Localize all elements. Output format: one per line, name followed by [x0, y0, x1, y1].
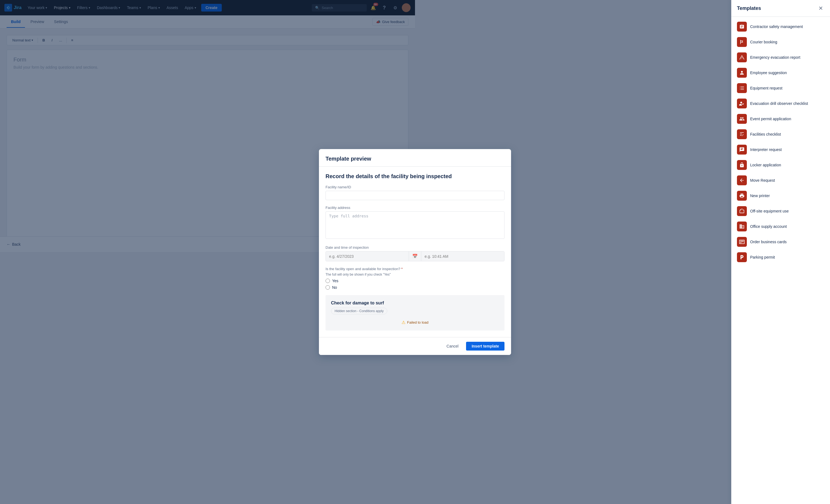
- facility-address-field: Facility address: [325, 206, 415, 240]
- template-preview-modal: Template preview Record the details of t…: [319, 149, 415, 252]
- modal-header: Template preview: [319, 149, 415, 167]
- facility-address-label: Facility address: [325, 206, 415, 210]
- facility-name-field: Facility name/ID: [325, 185, 415, 200]
- calendar-icon[interactable]: 📅: [409, 251, 415, 252]
- modal-body: Record the details of the facility being…: [319, 167, 415, 252]
- modal-title: Template preview: [325, 156, 371, 162]
- date-input[interactable]: [326, 251, 409, 252]
- facility-address-input[interactable]: [325, 211, 415, 239]
- date-time-row: 📅: [325, 251, 415, 252]
- facility-name-label: Facility name/ID: [325, 185, 415, 189]
- date-time-label: Date and time of inspection: [325, 245, 415, 250]
- modal-section-title: Record the details of the facility being…: [325, 173, 415, 180]
- date-time-field: Date and time of inspection 📅: [325, 245, 415, 252]
- facility-name-input[interactable]: [325, 191, 415, 200]
- modal-overlay[interactable]: Template preview Record the details of t…: [0, 0, 415, 252]
